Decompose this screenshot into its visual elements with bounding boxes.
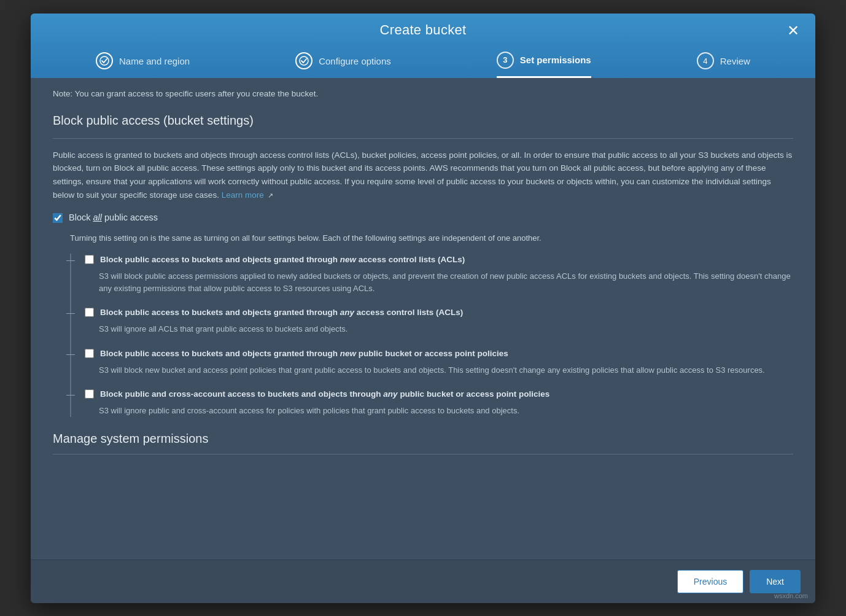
external-link-icon: ↗ <box>268 190 273 201</box>
step-label-review: Review <box>720 56 750 66</box>
bucket-policy-any-checkbox[interactable] <box>85 389 94 399</box>
learn-more-link[interactable]: Learn more <box>222 190 264 200</box>
manage-system-title: Manage system permissions <box>53 429 793 448</box>
sub-option-acl-any-header: — Block public access to buckets and obj… <box>83 306 793 319</box>
modal-header: Create bucket ✕ Name and region <box>31 14 815 78</box>
bucket-policy-new-checkbox[interactable] <box>85 349 94 358</box>
modal-title: Create bucket <box>380 22 467 38</box>
turning-on-text: Turning this setting on is the same as t… <box>70 232 793 244</box>
step-configure-options[interactable]: Configure options <box>295 52 391 77</box>
sub-option-bucket-policy-new: — Block public access to buckets and obj… <box>83 348 793 376</box>
step-review[interactable]: 4 Review <box>697 52 750 77</box>
sub-option-bucket-policy-any-header: — Block public and cross-account access … <box>83 388 793 401</box>
note-text: Note: You can grant access to specific u… <box>53 88 793 100</box>
main-checkbox-row: Block all public access <box>53 211 793 225</box>
bucket-policy-new-title: Block public access to buckets and objec… <box>100 348 508 360</box>
dash-icon-1: — <box>66 254 75 267</box>
description-text: Public access is granted to buckets and … <box>53 149 793 201</box>
sub-option-acl-new-header: — Block public access to buckets and obj… <box>83 254 793 267</box>
close-button[interactable]: ✕ <box>783 22 803 39</box>
acl-new-checkbox[interactable] <box>85 255 94 264</box>
acl-any-title: Block public access to buckets and objec… <box>100 306 463 319</box>
bucket-policy-new-desc: S3 will block new bucket and access poin… <box>99 364 793 376</box>
step-icon-set-permissions: 3 <box>497 52 514 69</box>
step-label-set-permissions: Set permissions <box>520 55 591 65</box>
sub-option-bucket-policy-any: — Block public and cross-account access … <box>83 388 793 417</box>
bucket-policy-any-title: Block public and cross-account access to… <box>100 388 549 400</box>
previous-button[interactable]: Previous <box>677 570 743 593</box>
steps-row: Name and region Configure options 3 Set … <box>43 45 803 78</box>
step-icon-configure-options <box>295 52 312 69</box>
step-label-configure-options: Configure options <box>319 56 391 66</box>
sub-option-bucket-policy-new-header: — Block public access to buckets and obj… <box>83 348 793 361</box>
next-button[interactable]: Next <box>750 570 801 593</box>
block-public-access-title: Block public access (bucket settings) <box>53 111 793 130</box>
dash-icon-3: — <box>66 348 75 361</box>
acl-new-title: Block public access to buckets and objec… <box>100 254 465 266</box>
manage-divider <box>53 454 793 454</box>
create-bucket-modal: Create bucket ✕ Name and region <box>31 14 815 603</box>
step-icon-name-region <box>96 52 113 69</box>
title-row: Create bucket ✕ <box>43 22 803 45</box>
sub-option-acl-new: — Block public access to buckets and obj… <box>83 254 793 294</box>
sub-option-acl-any: — Block public access to buckets and obj… <box>83 306 793 335</box>
section-divider <box>53 138 793 139</box>
dash-icon-4: — <box>66 388 75 401</box>
body-content: Note: You can grant access to specific u… <box>31 78 815 477</box>
step-label-name-region: Name and region <box>119 56 190 66</box>
acl-any-desc: S3 will ignore all ACLs that grant publi… <box>99 323 793 335</box>
sub-options-container: — Block public access to buckets and obj… <box>70 254 793 417</box>
modal-footer: Previous Next <box>31 559 815 603</box>
step-set-permissions[interactable]: 3 Set permissions <box>497 52 591 78</box>
block-all-public-access-checkbox[interactable] <box>53 213 63 223</box>
dash-icon-2: — <box>66 306 75 319</box>
step-icon-review: 4 <box>697 52 714 69</box>
step-name-region[interactable]: Name and region <box>96 52 190 77</box>
watermark: wsxdn.com <box>774 592 808 599</box>
block-all-label: Block all public access <box>69 211 158 225</box>
modal-body: Note: You can grant access to specific u… <box>31 78 815 559</box>
acl-any-checkbox[interactable] <box>85 308 94 317</box>
bucket-policy-any-desc: S3 will ignore public and cross-account … <box>99 405 793 417</box>
acl-new-desc: S3 will block public access permissions … <box>99 270 793 294</box>
